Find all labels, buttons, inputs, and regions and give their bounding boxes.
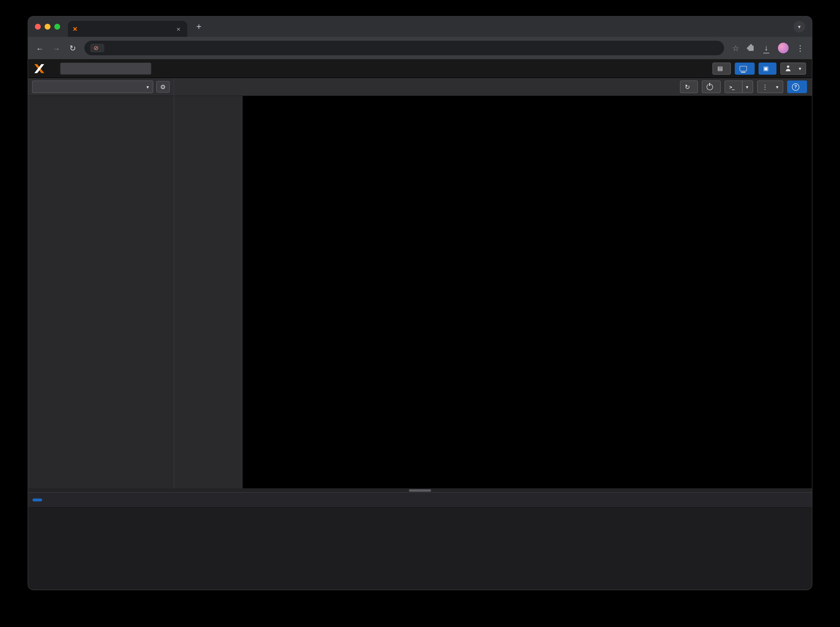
- reload-button[interactable]: [68, 43, 77, 53]
- downloads-icon[interactable]: [761, 44, 771, 52]
- node-header: [174, 78, 812, 96]
- pve-header: [28, 59, 812, 78]
- panel-splitter[interactable]: [28, 488, 812, 492]
- not-secure-icon: [94, 45, 98, 51]
- profile-avatar[interactable]: [778, 43, 789, 54]
- chevron-down-icon: [145, 83, 149, 90]
- sidebar-settings-button[interactable]: [156, 81, 170, 93]
- terminal-icon: [730, 83, 734, 90]
- browser-tab[interactable]: [68, 21, 187, 37]
- screen: [0, 0, 840, 627]
- server-view-select[interactable]: [32, 80, 153, 93]
- tasks-tabbar: [28, 493, 812, 508]
- global-search-input[interactable]: [60, 62, 151, 74]
- extensions-icon[interactable]: [749, 45, 754, 51]
- question-icon: [792, 83, 799, 90]
- container-icon: [763, 65, 769, 72]
- proxmox-favicon-icon: [73, 25, 77, 33]
- tab-close-icon[interactable]: [175, 25, 182, 33]
- close-window-button[interactable]: [35, 24, 41, 30]
- tab-search-button[interactable]: [793, 21, 805, 33]
- address-bar[interactable]: [84, 41, 724, 55]
- node-menu: [174, 96, 243, 488]
- fullscreen-window-button[interactable]: [54, 24, 60, 30]
- back-button[interactable]: [35, 44, 45, 52]
- user-icon: [785, 65, 791, 71]
- resource-tree: [28, 96, 173, 98]
- security-chip[interactable]: [90, 44, 104, 52]
- power-icon: [707, 83, 713, 90]
- tasks-table-header: [28, 508, 812, 520]
- chevron-down-icon: [774, 83, 779, 90]
- documentation-button[interactable]: [713, 62, 731, 74]
- new-tab-button[interactable]: [193, 22, 205, 32]
- restart-icon: [685, 83, 690, 90]
- chevron-down-icon[interactable]: [742, 81, 749, 93]
- browser-window: [28, 16, 812, 590]
- tab-cluster-log[interactable]: [46, 498, 56, 501]
- shell-button[interactable]: [725, 80, 753, 93]
- tasks-panel: [28, 492, 812, 590]
- node-panel: [174, 78, 812, 488]
- browser-toolbar: [28, 37, 812, 59]
- splitter-grip-icon[interactable]: [409, 489, 431, 492]
- tab-strip: [28, 16, 812, 37]
- main-area: [28, 78, 812, 488]
- resource-panel-header: [28, 78, 173, 96]
- bookmark-star-icon[interactable]: [731, 43, 741, 53]
- minimize-window-button[interactable]: [45, 24, 50, 30]
- shell-terminal[interactable]: [243, 96, 812, 488]
- create-vm-button[interactable]: [734, 62, 754, 74]
- browser-menu-icon[interactable]: [795, 43, 805, 53]
- book-icon: [717, 65, 723, 72]
- forward-button[interactable]: [51, 44, 61, 52]
- bulk-actions-button[interactable]: [757, 80, 783, 93]
- chevron-down-icon: [797, 65, 801, 72]
- create-ct-button[interactable]: [758, 62, 777, 74]
- tab-tasks[interactable]: [33, 498, 42, 501]
- restart-button[interactable]: [680, 80, 698, 93]
- window-controls: [35, 24, 60, 30]
- proxmox-logo-icon: [34, 64, 45, 73]
- shutdown-button[interactable]: [702, 80, 721, 93]
- user-menu-button[interactable]: [780, 62, 806, 74]
- help-button[interactable]: [787, 80, 807, 93]
- kebab-icon: [762, 83, 768, 90]
- resource-panel: [28, 78, 174, 488]
- monitor-icon: [739, 66, 747, 71]
